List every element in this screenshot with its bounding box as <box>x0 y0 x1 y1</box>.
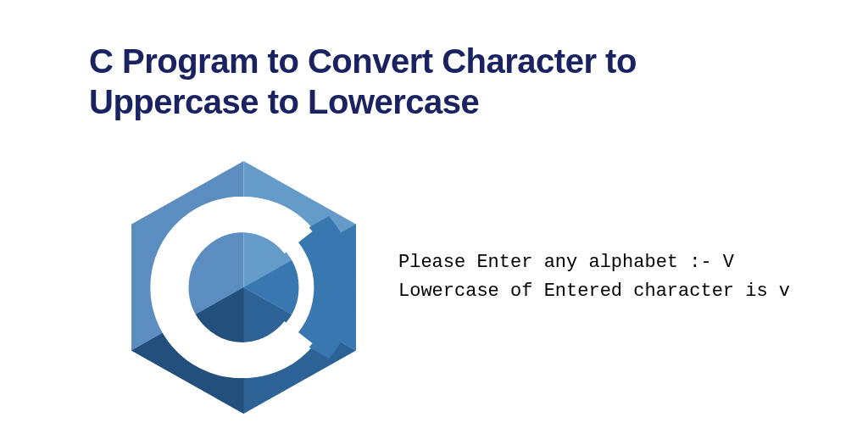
page-title: C Program to Convert Character to Upperc… <box>89 41 750 122</box>
c-logo-icon <box>131 161 356 414</box>
program-output: Please Enter any alphabet :- V Lowercase… <box>398 248 790 306</box>
c-language-logo <box>131 161 356 414</box>
output-line-2: Lowercase of Entered character is v <box>398 281 790 302</box>
output-line-1: Please Enter any alphabet :- V <box>398 252 734 273</box>
page-root: C Program to Convert Character to Upperc… <box>0 0 868 434</box>
